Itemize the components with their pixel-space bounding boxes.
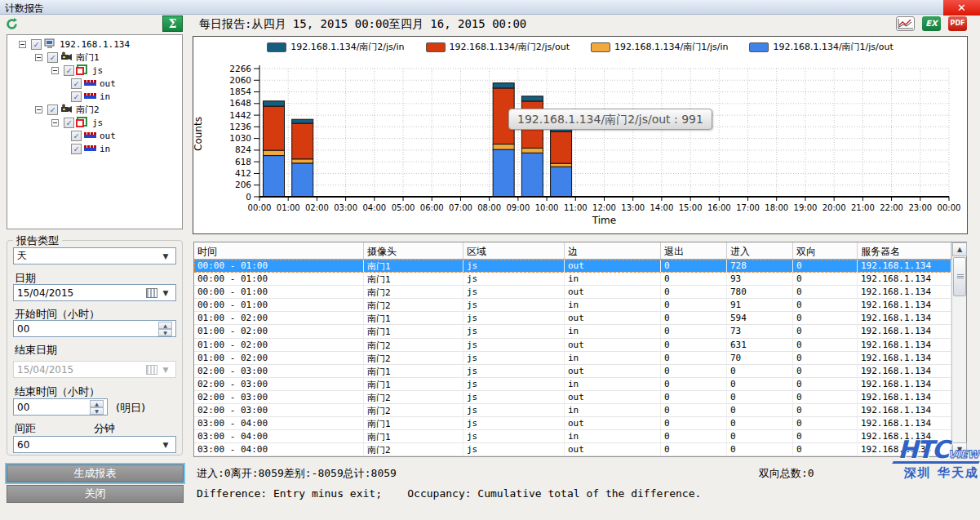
start-hour-spinner[interactable]: 00 ▲▼ xyxy=(13,320,176,337)
chevron-down-icon[interactable]: ▼ xyxy=(159,289,172,297)
scrollbar-thumb[interactable] xyxy=(953,257,966,296)
column-header-2[interactable]: 摄像头 xyxy=(364,242,463,259)
date-input[interactable]: 15/04/2015 ▼ xyxy=(13,284,176,301)
chart-tooltip: 192.168.1.134/南门2/js/out : 991 xyxy=(508,109,712,130)
y-tick-label: 1648 xyxy=(229,98,251,108)
bar-segment[interactable] xyxy=(551,167,572,197)
tree-item-in[interactable]: ✓in xyxy=(7,142,182,155)
close-dialog-button[interactable]: 关闭 xyxy=(7,485,184,503)
bar-segment[interactable] xyxy=(521,96,543,101)
tree-item-label: js xyxy=(92,118,103,128)
table-row[interactable]: 00:00 - 01:00南门2jsout07800192.168.1.134 xyxy=(194,286,966,299)
pdf-export-icon[interactable]: PDF xyxy=(948,16,967,31)
excel-export-icon[interactable]: EX xyxy=(922,16,941,31)
tree-checkbox[interactable]: ✓ xyxy=(71,91,82,102)
bar-segment[interactable] xyxy=(521,148,543,153)
table-row[interactable]: 01:00 - 02:00南门2jsin0700192.168.1.134 xyxy=(194,352,966,365)
spin-up-icon[interactable]: ▲ xyxy=(158,322,172,329)
tree-checkbox[interactable]: ✓ xyxy=(64,65,74,76)
tree-item-js[interactable]: ✓js xyxy=(7,64,182,77)
bar-segment[interactable] xyxy=(264,156,285,197)
report-type-select[interactable]: 天 ▼ xyxy=(13,247,176,264)
table-row[interactable]: 03:00 - 04:00南门2jsout000192.168.1.134 xyxy=(194,443,966,456)
bar-segment[interactable] xyxy=(292,159,313,163)
calendar-icon[interactable] xyxy=(146,288,157,298)
tree-expander-icon[interactable] xyxy=(35,54,42,61)
tree-checkbox[interactable]: ✓ xyxy=(71,131,82,141)
tree-item-in[interactable]: ✓in xyxy=(7,90,182,103)
table-row[interactable]: 01:00 - 02:00南门1jsin0730192.168.1.134 xyxy=(194,325,966,338)
tree-item-out[interactable]: ✓out xyxy=(7,129,182,142)
interval-select[interactable]: 60 ▼ xyxy=(13,436,176,453)
chevron-down-icon[interactable]: ▼ xyxy=(159,252,172,260)
table-row[interactable]: 00:00 - 01:00南门1jsout07280192.168.1.134 xyxy=(194,260,966,273)
sum-report-button[interactable]: Σ xyxy=(162,16,183,32)
generate-report-button[interactable]: 生成报表 xyxy=(7,464,184,482)
column-header-4[interactable]: 边 xyxy=(565,242,661,259)
column-header-7[interactable]: 双向 xyxy=(793,242,858,259)
bar-segment[interactable] xyxy=(264,150,285,155)
table-cell: 02:00 - 03:00 xyxy=(194,365,364,378)
tree-checkbox[interactable]: ✓ xyxy=(64,118,74,128)
column-header-5[interactable]: 退出 xyxy=(661,242,727,259)
tree-expander-icon[interactable] xyxy=(51,119,59,127)
report-period-header: 每日报告:从四月 15, 2015 00:00至四月 16, 2015 00:0… xyxy=(199,17,526,32)
tree-item-out[interactable]: ✓out xyxy=(7,77,182,90)
chart-export-icon[interactable] xyxy=(896,16,915,31)
bar-segment[interactable] xyxy=(493,144,514,150)
bar-segment[interactable] xyxy=(264,106,285,150)
bar-segment[interactable] xyxy=(521,153,543,197)
tree-expander-icon[interactable] xyxy=(19,41,26,48)
tree-checkbox[interactable]: ✓ xyxy=(31,39,42,50)
table-row[interactable]: 02:00 - 03:00南门1jsin000192.168.1.134 xyxy=(194,378,966,391)
spinner-arrows[interactable]: ▲▼ xyxy=(158,322,172,336)
x-tick-label: 06:00 xyxy=(420,203,444,212)
column-header-1[interactable]: 时间 xyxy=(194,242,364,259)
scroll-up-icon[interactable]: ▲ xyxy=(952,242,967,256)
spin-down-icon[interactable]: ▼ xyxy=(90,407,104,415)
tree-item-192.168.1.134[interactable]: ✓192.168.1.134 xyxy=(7,38,182,51)
column-header-6[interactable]: 进入 xyxy=(727,242,793,259)
table-row[interactable]: 01:00 - 02:00南门1jsout05940192.168.1.134 xyxy=(194,312,966,325)
close-window-button[interactable]: ✕ xyxy=(943,0,980,16)
bar-segment[interactable] xyxy=(493,83,514,88)
column-header-3[interactable]: 区域 xyxy=(463,242,565,259)
table-scrollbar[interactable]: ▲ ▼ xyxy=(951,242,966,456)
tree-checkbox[interactable]: ✓ xyxy=(71,144,82,154)
table-cell: 0 xyxy=(661,443,727,456)
table-cell: 南门2 xyxy=(364,443,463,456)
table-row[interactable]: 03:00 - 04:00南门1jsout000192.168.1.134 xyxy=(194,417,966,430)
tree-expander-icon[interactable] xyxy=(35,106,42,113)
tree-item-南门1[interactable]: ✓南门1 xyxy=(7,51,182,64)
table-row[interactable]: 02:00 - 03:00南门2jsin000192.168.1.134 xyxy=(194,404,966,417)
refresh-icon[interactable] xyxy=(5,17,19,31)
chevron-down-icon[interactable]: ▼ xyxy=(159,441,172,449)
bar-segment[interactable] xyxy=(264,101,285,106)
spin-up-icon[interactable]: ▲ xyxy=(90,400,104,407)
column-header-8[interactable]: 服务器名 xyxy=(858,242,951,259)
table-row[interactable]: 00:00 - 01:00南门2jsin0910192.168.1.134 xyxy=(194,299,966,312)
table-cell: 南门1 xyxy=(364,312,463,325)
spinner-arrows[interactable]: ▲▼ xyxy=(90,400,104,414)
bar-segment[interactable] xyxy=(292,163,313,197)
tree-item-南门2[interactable]: ✓南门2 xyxy=(7,103,182,116)
spin-down-icon[interactable]: ▼ xyxy=(158,329,172,336)
end-hour-spinner[interactable]: 00 ▲▼ xyxy=(13,398,108,416)
tree-checkbox[interactable]: ✓ xyxy=(47,104,58,115)
table-row[interactable]: 03:00 - 04:00南门1jsin000192.168.1.134 xyxy=(194,430,966,443)
bar-segment[interactable] xyxy=(493,149,514,197)
tree-checkbox[interactable]: ✓ xyxy=(47,52,58,63)
table-row[interactable]: 02:00 - 03:00南门1jsout000192.168.1.134 xyxy=(194,365,966,378)
tree-expander-icon[interactable] xyxy=(51,67,59,74)
bar-segment[interactable] xyxy=(551,163,572,167)
y-tick-label: 1854 xyxy=(229,87,251,96)
tree-checkbox[interactable]: ✓ xyxy=(71,78,82,89)
table-row[interactable]: 01:00 - 02:00南门2jsout06310192.168.1.134 xyxy=(194,339,966,352)
tree-item-label: 南门2 xyxy=(76,104,100,116)
bar-segment[interactable] xyxy=(551,131,572,163)
bar-segment[interactable] xyxy=(292,123,313,159)
tree-item-js[interactable]: ✓js xyxy=(7,116,182,129)
table-row[interactable]: 00:00 - 01:00南门1jsin0930192.168.1.134 xyxy=(194,273,966,286)
table-row[interactable]: 02:00 - 03:00南门2jsout000192.168.1.134 xyxy=(194,391,966,404)
bar-segment[interactable] xyxy=(292,119,313,123)
